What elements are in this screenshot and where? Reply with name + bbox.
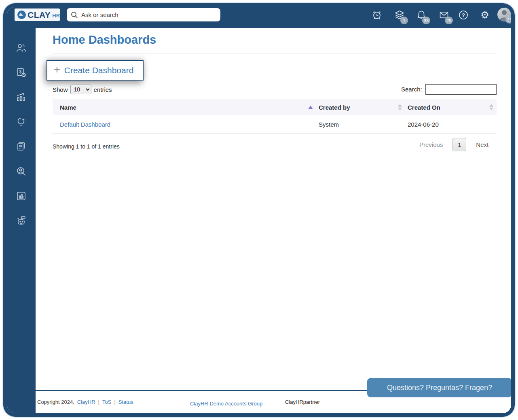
header-created-by[interactable]: Created by: [319, 104, 408, 111]
questions-help-button[interactable]: Questions? Preguntas? Fragen?: [367, 378, 512, 397]
footer-copyright: Copyright 2024, ClayHR | ToS | Status: [37, 399, 133, 405]
table-search-label: Search:: [401, 86, 422, 93]
page-size-select[interactable]: 10: [70, 85, 91, 94]
sidebar-item-documents-icon[interactable]: [16, 141, 27, 152]
sidebar-item-assistant-bot-icon[interactable]: [16, 215, 27, 226]
clayhr-logo[interactable]: CLAY HR: [15, 8, 60, 21]
footer-link-status[interactable]: Status: [118, 399, 133, 405]
plus-icon: +: [54, 64, 60, 75]
avatar-badge: 23: [505, 16, 514, 23]
sidebar-item-people-search-icon[interactable]: [16, 166, 27, 177]
dashboards-table: Name Created by Created On Default Dashb…: [53, 99, 497, 134]
search-icon: [71, 11, 78, 19]
show-label: Show: [53, 86, 68, 93]
create-dashboard-button[interactable]: + Create Dashboard: [47, 60, 144, 81]
logo-suffix: HR: [52, 13, 60, 19]
settings-gear-icon[interactable]: ⚙: [480, 10, 490, 20]
app-window: CLAY HR 1: [3, 3, 515, 417]
footer-link-clayhr[interactable]: ClayHR: [77, 399, 95, 405]
table-header-row: Name Created by Created On: [53, 99, 497, 115]
sidebar: $: [7, 28, 36, 413]
show-entries-control: Show 10 entries: [53, 85, 112, 94]
footer: Copyright 2024, ClayHR | ToS | Status Cl…: [36, 390, 511, 413]
notifications-badge: 33: [422, 17, 430, 24]
previous-page-button[interactable]: Previous: [419, 141, 443, 148]
next-page-button[interactable]: Next: [476, 141, 488, 148]
help-icon[interactable]: ?: [458, 10, 469, 20]
table-row: Default Dashboard System 2024-06-20: [53, 115, 497, 134]
created-on-value: 2024-06-20: [408, 121, 439, 128]
svg-text:$: $: [19, 70, 22, 74]
title-divider: [53, 53, 497, 53]
entries-label: entries: [94, 86, 112, 93]
global-search[interactable]: [67, 8, 220, 21]
global-search-input[interactable]: [81, 11, 216, 18]
footer-demo-accounts-link[interactable]: ClayHR Demo Accounts Group: [190, 401, 262, 407]
notifications-bell-icon[interactable]: 33: [416, 10, 427, 20]
topbar: CLAY HR 1: [7, 7, 511, 28]
footer-partner-label: ClayHRpartner: [285, 399, 320, 405]
alarm-clock-icon[interactable]: [372, 10, 382, 20]
sidebar-item-reports-icon[interactable]: [16, 191, 27, 202]
dashboard-link[interactable]: Default Dashboard: [60, 121, 110, 128]
messages-envelope-icon[interactable]: 29: [439, 10, 449, 20]
clayhr-logo-icon: [17, 11, 26, 19]
sort-both-icon[interactable]: [398, 104, 402, 110]
stack-badge: 1: [400, 17, 408, 24]
table-search-input[interactable]: [425, 84, 497, 95]
header-created-on[interactable]: Created On: [408, 104, 497, 111]
sort-both-icon[interactable]: [489, 104, 493, 110]
sidebar-item-people-icon[interactable]: [16, 42, 27, 53]
footer-link-tos[interactable]: ToS: [102, 399, 111, 405]
page-title: Home Dashboards: [53, 33, 156, 47]
svg-text:?: ?: [462, 12, 465, 18]
messages-badge: 29: [445, 17, 453, 24]
created-by-value: System: [319, 121, 339, 128]
sidebar-item-ideas-icon[interactable]: [16, 117, 27, 127]
header-name[interactable]: Name: [53, 104, 319, 111]
table-search-control: Search:: [401, 84, 497, 95]
sidebar-item-performance-icon[interactable]: [16, 92, 27, 103]
pagination: Previous 1 Next: [419, 138, 488, 151]
table-summary: Showing 1 to 1 of 1 entries: [53, 143, 120, 150]
main-content: Home Dashboards + Create Dashboard Show …: [36, 28, 511, 413]
page-number-button[interactable]: 1: [452, 138, 466, 151]
sidebar-item-payroll-icon[interactable]: $: [16, 67, 27, 78]
logo-text: CLAY: [27, 10, 51, 20]
stack-layers-icon[interactable]: 1: [394, 10, 405, 20]
sort-ascending-icon[interactable]: [308, 106, 313, 109]
